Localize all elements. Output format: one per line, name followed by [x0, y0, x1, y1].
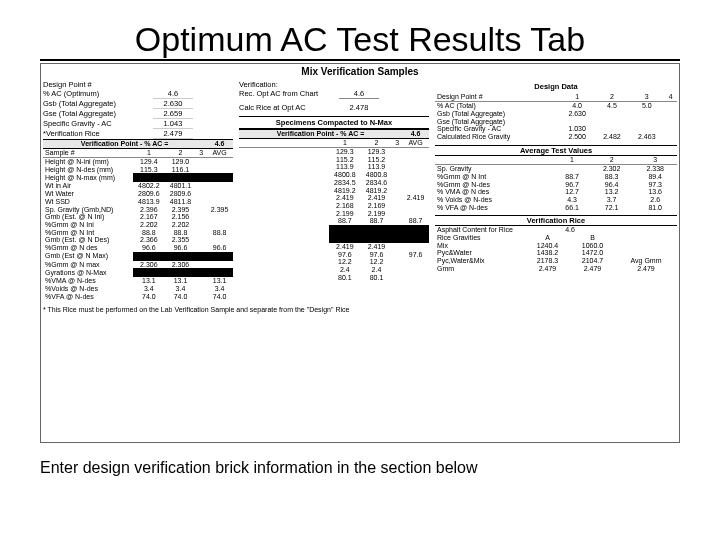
rice-table: Asphalt Content for Rice4.6 Rice Graviti… — [435, 226, 677, 272]
lbl-design-point: Design Point # — [43, 80, 153, 89]
design-table: Design Point #1234 % AC (Total)4.04.55.0… — [435, 93, 677, 141]
r-gmbNmax: Gmb (Est @ N Max) — [43, 252, 133, 261]
spec-compacted-head: Specimens Compacted to N-Max — [239, 116, 429, 129]
lbl-gsb: Gsb (Total Aggregate) — [43, 99, 153, 109]
verif-rice-title: Verification Rice — [435, 215, 677, 226]
val-verif-rice: 2.479 — [153, 129, 193, 139]
val-gsb: 2.630 — [153, 99, 193, 109]
lbl-recopt: Rec. Opt AC from Chart — [239, 89, 339, 99]
right-panel: Design Data Design Point #1234 % AC (Tot… — [435, 80, 677, 300]
left-panel: Design Point # % AC (Optimum)4.6 Gsb (To… — [43, 80, 233, 300]
lbl-sg-ac: Specific Gravity - AC — [43, 119, 153, 129]
lbl-calcrice: Calc Rice at Opt AC — [239, 103, 339, 112]
mid-panel: Verification: Rec. Opt AC from Chart4.6 … — [239, 80, 429, 300]
verif-ac-m: 4.6 — [402, 130, 429, 139]
sample-hdr: Sample # — [43, 148, 133, 157]
r-htNmax: Height @ N-max (mm) — [43, 173, 133, 182]
r-wtSSD: Wt SSD — [43, 198, 133, 206]
lbl-gse: Gse (Total Aggregate) — [43, 109, 153, 119]
val-recopt: 4.6 — [339, 89, 379, 99]
page-title: Optimum AC Test Results Tab — [40, 20, 680, 61]
r-htNini: Height @ N-ini (mm) — [43, 158, 133, 166]
avg-table: 123 Sp. Gravity2.3022.338 %Gmm @ N Int88… — [435, 156, 677, 212]
r-wtAir: Wt in Air — [43, 182, 133, 190]
r-pctVMA: %VMA @ N-des — [43, 277, 133, 285]
mid-table: Verification Point - % AC =4.6 123AVG 12… — [239, 129, 429, 281]
instruction-text: Enter design verification brick informat… — [40, 459, 680, 477]
left-table: Verification Point - % AC =4.6 Sample #1… — [43, 139, 233, 300]
val-gse: 2.659 — [153, 109, 193, 119]
lbl-verif-rice: *Verification Rice — [43, 129, 153, 139]
verif-ac-l: 4.6 — [206, 140, 233, 149]
r-gmbNdes: Gmb (Est. @ N Des) — [43, 236, 133, 244]
verif-hdr-m: Verification Point - % AC = — [277, 130, 364, 137]
r-pctVFA: %VFA @ N-des — [43, 293, 133, 301]
r-spGrav: Sp. Gravity (Gmb,ND) — [43, 206, 133, 214]
r-pGmmNini: %Gmm @ N Ini — [43, 221, 133, 229]
r-pGmmNdes: %Gmm @ N des — [43, 244, 133, 252]
r-gmbNini: Gmb (Est. @ N Ini) — [43, 213, 133, 221]
mix-verif-title: Mix Verification Samples — [43, 66, 677, 78]
design-data-title: Design Data — [435, 82, 677, 91]
val-calcrice: 2.478 — [339, 103, 379, 112]
r-pGmmNmax: %Gmm @ N max — [43, 261, 133, 269]
lbl-verification: Verification: — [239, 80, 339, 89]
lbl-pct-ac-opt: % AC (Optimum) — [43, 89, 153, 99]
r-gyrNmax: Gyrations @ N-Max — [43, 268, 133, 277]
spreadsheet-area: Mix Verification Samples Design Point # … — [40, 63, 680, 443]
verif-hdr-l: Verification Point - % AC = — [81, 140, 168, 147]
val-pct-ac-opt: 4.6 — [153, 89, 193, 99]
r-pGmmNint: %Gmm @ N Int — [43, 229, 133, 237]
avg-test-title: Average Test Values — [435, 145, 677, 156]
r-htNdes: Height @ N-des (mm) — [43, 166, 133, 174]
val-sg-ac: 1.043 — [153, 119, 193, 129]
footnote: * This Rice must be performed on the Lab… — [43, 306, 677, 314]
r-pctVoids: %Voids @ N-des — [43, 285, 133, 293]
r-wtWater: Wt Water — [43, 190, 133, 198]
